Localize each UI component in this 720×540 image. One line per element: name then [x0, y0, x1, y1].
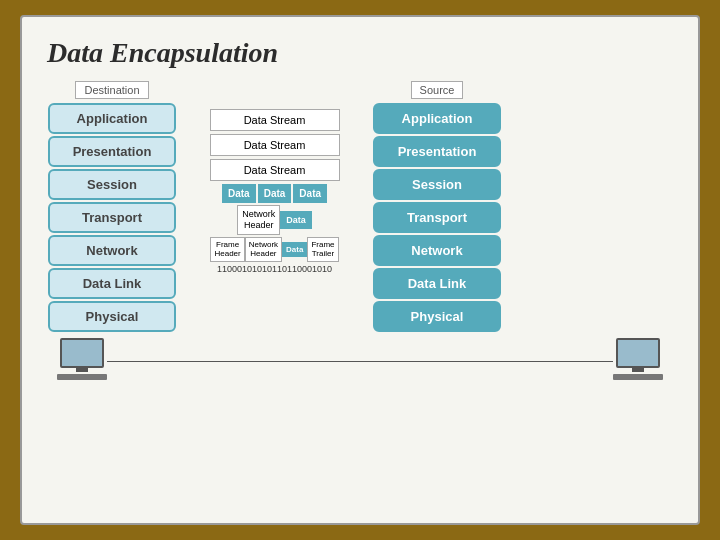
slide: Data Encapsulation Destination Applicati…	[20, 15, 700, 525]
src-application-layer: Application	[373, 103, 501, 134]
slide-title: Data Encapsulation	[47, 37, 673, 69]
frame-network-header: NetworkHeader	[245, 237, 282, 262]
frame-trailer: FrameTrailer	[307, 237, 338, 262]
bits-text: 11000101010110110001010	[187, 264, 362, 274]
src-session-layer: Session	[373, 169, 501, 200]
data-stream-3: Data Stream	[210, 159, 340, 181]
src-transport-layer: Transport	[373, 202, 501, 233]
destination-column: Destination Application Presentation Ses…	[47, 81, 177, 334]
data-stream-box-3: Data Stream	[210, 159, 340, 181]
destination-label: Destination	[75, 81, 148, 99]
data-stream-box-1: Data Stream	[210, 109, 340, 131]
dest-physical-layer: Physical	[48, 301, 176, 332]
computer-left	[57, 338, 107, 380]
data-flow-column: Data Stream Data Stream Data Stream Data…	[187, 81, 362, 274]
network-line	[107, 361, 613, 362]
dest-presentation-layer: Presentation	[48, 136, 176, 167]
computers-row	[47, 338, 673, 380]
data-stream-1: Data Stream	[210, 109, 340, 131]
segment-2: Data	[258, 184, 292, 203]
data-stream-box-2: Data Stream	[210, 134, 340, 156]
src-physical-layer: Physical	[373, 301, 501, 332]
source-label: Source	[411, 81, 464, 99]
dest-network-layer: Network	[48, 235, 176, 266]
frame-data: Data	[282, 242, 307, 257]
keyboard-left	[57, 374, 107, 380]
monitor-left	[60, 338, 104, 368]
packet-row: NetworkHeader Data	[237, 205, 312, 235]
src-network-layer: Network	[373, 235, 501, 266]
src-datalink-layer: Data Link	[373, 268, 501, 299]
segment-3: Data	[293, 184, 327, 203]
source-column: Source Application Presentation Session …	[372, 81, 502, 334]
dest-session-layer: Session	[48, 169, 176, 200]
keyboard-right	[613, 374, 663, 380]
frame-row: FrameHeader NetworkHeader Data FrameTrai…	[210, 237, 338, 262]
diagram-area: Destination Application Presentation Ses…	[47, 81, 673, 334]
monitor-right	[616, 338, 660, 368]
data-stream-2: Data Stream	[210, 134, 340, 156]
src-presentation-layer: Presentation	[373, 136, 501, 167]
segments-row: Data Data Data	[222, 184, 327, 203]
frame-header: FrameHeader	[210, 237, 244, 262]
dest-transport-layer: Transport	[48, 202, 176, 233]
dest-datalink-layer: Data Link	[48, 268, 176, 299]
computer-right	[613, 338, 663, 380]
packet-data: Data	[280, 211, 312, 229]
dest-application-layer: Application	[48, 103, 176, 134]
segment-1: Data	[222, 184, 256, 203]
network-header: NetworkHeader	[237, 205, 280, 235]
